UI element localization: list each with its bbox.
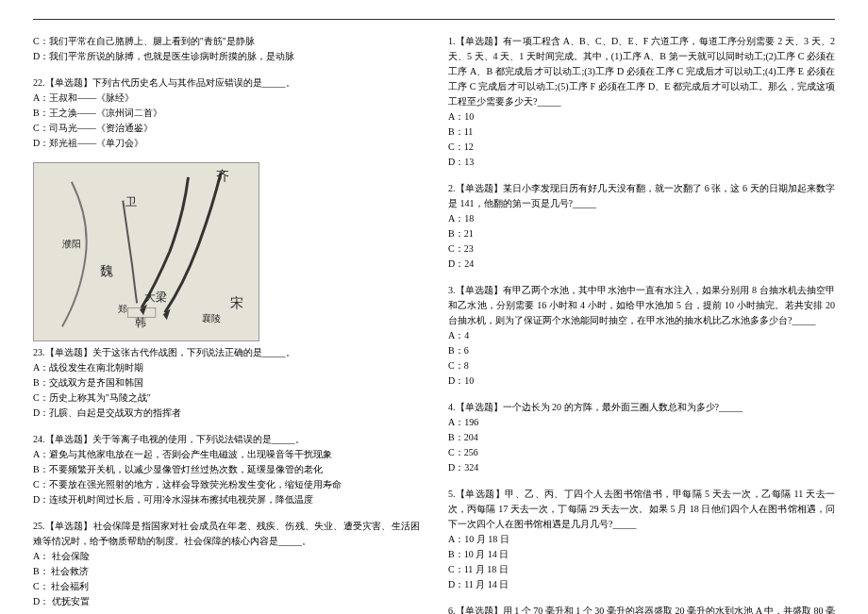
svg-text:魏: 魏 <box>100 264 113 278</box>
q25-option-b: B： 社会救济 <box>33 564 420 579</box>
svg-text:宋: 宋 <box>230 296 243 310</box>
r-q2-option-b: B：21 <box>448 226 835 241</box>
svg-text:濮阳: 濮阳 <box>62 239 81 249</box>
r-q5: 5.【单选题】甲、乙、丙、丁四个人去图书馆借书，甲每隔 5 天去一次，乙每隔 1… <box>448 487 835 592</box>
r-q2-option-c: C：23 <box>448 241 835 257</box>
r-q2-option-a: A：18 <box>448 211 835 226</box>
q22-option-b: B：王之涣——《凉州词二首》 <box>33 106 420 121</box>
battle-map-image: 齐 卫 濮阳 魏 大梁 韩 襄陵 宋 郑 <box>33 162 259 341</box>
q24: 24.【单选题】关于等离子电视的使用，下列说法错误的是_____。 A：避免与其… <box>33 432 420 507</box>
q24-option-d: D：连续开机时间过长后，可用冷水湿抹布擦拭电视荧屏，降低温度 <box>33 492 420 507</box>
svg-text:襄陵: 襄陵 <box>202 313 221 324</box>
q24-option-b: B：不要频繁开关机，以减少显像管灯丝过热次数，延缓显像管的老化 <box>33 462 420 477</box>
r-q3-option-a: A：4 <box>448 328 835 343</box>
svg-text:齐: 齐 <box>216 169 229 183</box>
q21-tail: C：我们平常在自己胳膊上、腿上看到的"青筋"是静脉 D：我们平常所说的脉搏，也就… <box>33 34 420 64</box>
svg-text:韩: 韩 <box>135 316 146 329</box>
svg-text:郑: 郑 <box>118 304 127 314</box>
r-q5-stem: 5.【单选题】甲、乙、丙、丁四个人去图书馆借书，甲每隔 5 天去一次，乙每隔 1… <box>448 487 835 532</box>
r-q4-option-a: A：196 <box>448 415 835 430</box>
q25-option-d: D： 优抚安置 <box>33 594 420 609</box>
r-q5-option-a: A：10 月 18 日 <box>448 532 835 547</box>
r-q2: 2.【单选题】某日小李发现日历有好几天没有翻，就一次翻了 6 张，这 6 天的日… <box>448 181 835 272</box>
q24-option-c: C：不要放在强光照射的地方，这样会导致荧光粉发生变化，缩短使用寿命 <box>33 477 420 492</box>
q22-option-c: C：司马光——《资治通鉴》 <box>33 121 420 136</box>
r-q2-stem: 2.【单选题】某日小李发现日历有好几天没有翻，就一次翻了 6 张，这 6 天的日… <box>448 181 835 211</box>
q23-option-a: A：战役发生在南北朝时期 <box>33 360 420 375</box>
svg-text:大梁: 大梁 <box>144 290 167 304</box>
r-q1-stem: 1.【单选题】有一项工程含 A、B、C、D、E、F 六道工序，每道工序分别需要 … <box>448 34 835 109</box>
r-q1-option-c: C：12 <box>448 140 835 155</box>
r-q3-stem: 3.【单选题】有甲乙两个水池，其中甲水池中一直有水注入，如果分别用 8 台抽水机… <box>448 283 835 328</box>
q22-option-d: D：郑光祖——《单刀会》 <box>33 136 420 151</box>
r-q6: 6.【单选题】用 1 个 70 毫升和 1 个 30 毫升的容器盛取 20 毫升… <box>448 604 835 614</box>
q23-option-c: C：历史上称其为"马陵之战" <box>33 390 420 406</box>
r-q1-option-b: B：11 <box>448 124 835 140</box>
r-q4: 4.【单选题】一个边长为 20 的方阵，最外面三圈人数总和为多少?_____ A… <box>448 400 835 475</box>
r-q4-option-c: C：256 <box>448 445 835 460</box>
q23-option-d: D：孔膑、白起是交战双方的指挥者 <box>33 406 420 421</box>
r-q3-option-c: C：8 <box>448 358 835 373</box>
q22-stem: 22.【单选题】下列古代历史名人与其作品对应错误的是_____。 <box>33 75 420 91</box>
q21-option-c: C：我们平常在自己胳膊上、腿上看到的"青筋"是静脉 <box>33 34 420 49</box>
r-q1-option-a: A：10 <box>448 109 835 124</box>
q25-option-a: A： 社会保险 <box>33 549 420 564</box>
r-q1-option-d: D：13 <box>448 155 835 170</box>
two-column-layout: C：我们平常在自己胳膊上、腿上看到的"青筋"是静脉 D：我们平常所说的脉搏，也就… <box>33 34 835 614</box>
left-column: C：我们平常在自己胳膊上、腿上看到的"青筋"是静脉 D：我们平常所说的脉搏，也就… <box>33 34 420 614</box>
q23-option-b: B：交战双方是齐国和韩国 <box>33 375 420 390</box>
q23: 23.【单选题】关于这张古代作战图，下列说法正确的是_____。 A：战役发生在… <box>33 345 420 421</box>
r-q4-option-d: D：324 <box>448 460 835 475</box>
r-q5-option-c: C：11 月 18 日 <box>448 562 835 577</box>
q23-stem: 23.【单选题】关于这张古代作战图，下列说法正确的是_____。 <box>33 345 420 360</box>
q22: 22.【单选题】下列古代历史名人与其作品对应错误的是_____。 A：王叔和——… <box>33 75 420 151</box>
right-column: 1.【单选题】有一项工程含 A、B、C、D、E、F 六道工序，每道工序分别需要 … <box>448 34 835 614</box>
r-q3-option-b: B：6 <box>448 343 835 358</box>
r-q3: 3.【单选题】有甲乙两个水池，其中甲水池中一直有水注入，如果分别用 8 台抽水机… <box>448 283 835 389</box>
r-q6-stem: 6.【单选题】用 1 个 70 毫升和 1 个 30 毫升的容器盛取 20 毫升… <box>448 604 835 614</box>
r-q5-option-b: B：10 月 14 日 <box>448 547 835 562</box>
r-q4-stem: 4.【单选题】一个边长为 20 的方阵，最外面三圈人数总和为多少?_____ <box>448 400 835 415</box>
page-top-rule <box>33 19 835 20</box>
r-q4-option-b: B：204 <box>448 430 835 445</box>
svg-text:卫: 卫 <box>125 195 137 208</box>
q24-stem: 24.【单选题】关于等离子电视的使用，下列说法错误的是_____。 <box>33 432 420 447</box>
r-q2-option-d: D：24 <box>448 257 835 272</box>
q25-stem: 25.【单选题】社会保障是指国家对社会成员在年老、残疾、伤残、失业、遭受灾害、生… <box>33 519 420 549</box>
q25: 25.【单选题】社会保障是指国家对社会成员在年老、残疾、伤残、失业、遭受灾害、生… <box>33 519 420 609</box>
r-q5-option-d: D：11 月 14 日 <box>448 577 835 592</box>
q22-option-a: A：王叔和——《脉经》 <box>33 91 420 106</box>
q21-option-d: D：我们平常所说的脉搏，也就是医生诊病时所摸的脉，是动脉 <box>33 49 420 64</box>
q24-option-a: A：避免与其他家电放在一起，否则会产生电磁波，出现噪音等干扰现象 <box>33 447 420 462</box>
r-q1: 1.【单选题】有一项工程含 A、B、C、D、E、F 六道工序，每道工序分别需要 … <box>448 34 835 170</box>
r-q3-option-d: D：10 <box>448 373 835 389</box>
q25-option-c: C： 社会福利 <box>33 579 420 594</box>
